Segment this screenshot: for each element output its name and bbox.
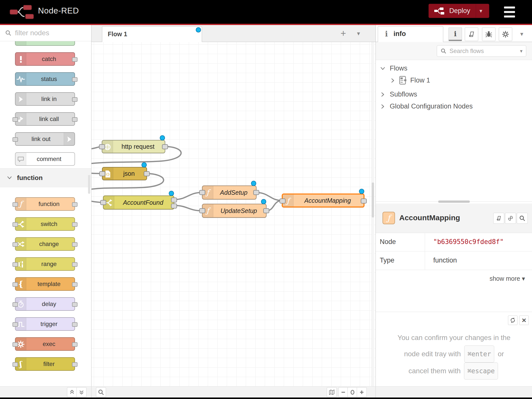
output-port[interactable] [72,97,78,102]
input-port[interactable] [12,137,18,142]
input-port[interactable] [12,202,18,207]
palette-node-link-call[interactable]: link call [15,112,75,126]
input-port[interactable] [12,302,18,307]
input-port[interactable] [99,144,105,149]
palette-node-comment[interactable]: comment [15,152,75,166]
input-port[interactable] [12,117,18,122]
find-node-button[interactable] [517,213,528,224]
tree-item-subflows[interactable]: Subflows [376,88,532,100]
input-port[interactable] [100,200,106,205]
sidebar-info-button[interactable]: i [448,28,462,41]
output-port[interactable] [72,202,78,207]
sidebar-help-button[interactable] [465,28,478,41]
palette-node-function[interactable]: ƒfunction [15,197,75,211]
output-port[interactable] [72,77,78,82]
input-port[interactable] [12,222,18,227]
palette-node-status[interactable]: status [15,72,75,86]
wire-af:1-to-upd[interactable] [175,206,202,211]
palette-node-trigger[interactable]: trigger [15,317,75,331]
output-port[interactable] [263,208,269,213]
input-port[interactable] [12,342,18,347]
tab-info[interactable]: i info [378,26,443,42]
output-port[interactable] [72,302,78,307]
palette-node-range[interactable]: range [15,257,75,271]
output-port[interactable] [72,262,78,267]
deploy-button[interactable]: Deploy ▾ [428,4,489,18]
navigator-map-button[interactable] [327,387,337,397]
output-port[interactable] [72,362,78,367]
input-port[interactable] [12,282,18,287]
search-flows-input[interactable]: Search flows ▾ [437,45,526,57]
zoom-reset-button[interactable] [348,387,358,397]
collapse-all-button[interactable] [67,387,77,397]
palette-node-change[interactable]: change [15,237,75,251]
palette-node-catch[interactable]: catch [15,52,75,66]
canvas-node-accountfound[interactable]: AccountFound [103,196,174,210]
input-port[interactable] [199,190,205,195]
output-port[interactable] [162,144,168,149]
flow-canvas[interactable]: http request{}jsonAccountFoundƒAddSetupƒ… [92,42,376,386]
canvas-node-accountmapping[interactable]: ƒAccountMapping [282,194,364,208]
palette-node-filter[interactable]: ʃfilter [15,357,75,371]
chevron-right-icon[interactable] [390,78,396,84]
chevron-right-icon[interactable] [380,104,386,110]
output-port[interactable] [361,198,367,204]
sidebar-config-button[interactable] [499,28,512,41]
chevron-down-icon[interactable] [380,66,386,72]
output-port[interactable] [144,171,150,176]
output-port[interactable] [72,117,78,122]
splitter-grip[interactable] [438,200,470,203]
canvas-node-http-request[interactable]: http request [102,140,165,153]
tree-item-flow-1[interactable]: Flow 1 [376,74,532,86]
copy-link-button[interactable] [505,213,516,224]
output-port[interactable] [72,342,78,347]
input-port[interactable] [199,208,205,213]
canvas-node-json[interactable]: {}json [102,167,147,180]
output-port[interactable] [72,57,78,62]
input-port[interactable] [12,362,18,367]
canvas-node-updatesetup[interactable]: ƒUpdateSetup [202,204,266,218]
palette-category-function[interactable]: function [0,168,91,187]
tips-close-button[interactable]: × [519,316,529,325]
wire-af:0-to-add[interactable] [175,192,202,200]
input-port[interactable] [12,262,18,267]
input-port[interactable] [12,322,18,327]
flow-list-caret-icon[interactable]: ▾ [357,30,360,37]
canvas-scrollbar-thumb[interactable] [372,182,374,218]
main-menu-button[interactable] [504,6,516,18]
output-port[interactable] [72,322,78,327]
deploy-caret-icon[interactable]: ▾ [480,8,482,14]
tree-item-global-configuration-nodes[interactable]: Global Configuration Nodes [376,100,532,112]
palette-scrollbar[interactable] [88,175,90,194]
output-port-1[interactable] [171,198,177,202]
canvas-node-addsetup[interactable]: ƒAddSetup [202,186,256,200]
add-flow-button[interactable]: + [340,28,346,39]
tab-flow-1[interactable]: Flow 1 [102,26,202,42]
node-help-button[interactable] [493,213,504,224]
palette-node-switch[interactable]: switch [15,217,75,231]
output-port[interactable] [253,190,259,195]
input-port[interactable] [12,242,18,247]
sidebar-debug-button[interactable] [482,28,496,41]
palette-node-template[interactable]: {template [15,277,75,291]
output-port[interactable] [72,222,78,227]
tips-refresh-button[interactable] [508,316,518,325]
input-port[interactable] [280,198,286,204]
palette-node-exec[interactable]: exec [15,337,75,351]
wire-add-to-am[interactable] [257,192,281,200]
palette-node-delay[interactable]: delay [15,297,75,311]
palette-node-partial-node[interactable] [15,41,75,46]
chevron-right-icon[interactable] [380,92,386,98]
output-port[interactable] [72,242,78,247]
output-port[interactable] [72,282,78,287]
tree-item-flows[interactable]: Flows [376,62,532,74]
show-more-link[interactable]: show more ▾ [490,275,525,282]
palette-search-box[interactable]: filter nodes [0,25,91,41]
expand-all-button[interactable] [76,387,86,397]
search-options-caret-icon[interactable]: ▾ [520,48,522,54]
output-port-2[interactable] [171,204,177,208]
sidebar-caret-icon[interactable]: ▾ [520,30,523,38]
input-port[interactable] [99,171,105,176]
palette-node-link-out[interactable]: link out [15,132,75,146]
canvas-search-button[interactable] [96,387,106,397]
